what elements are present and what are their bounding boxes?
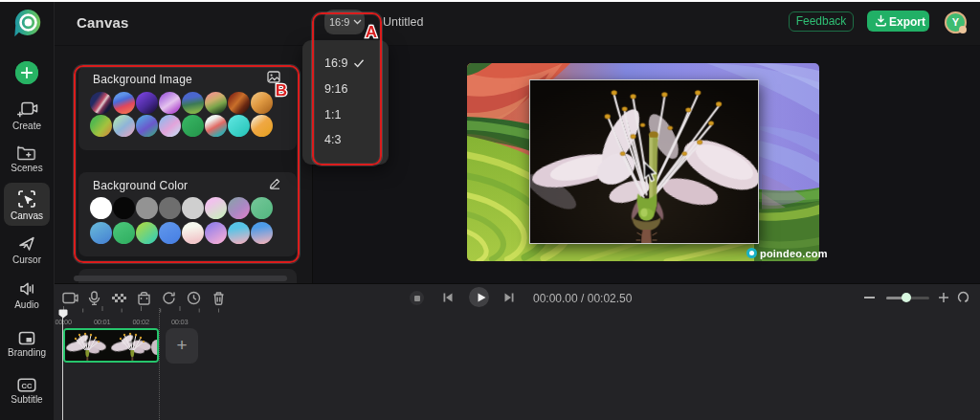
svg-text:CC: CC — [22, 382, 33, 390]
svg-text:A: A — [366, 23, 377, 41]
svg-text:B: B — [276, 81, 287, 99]
